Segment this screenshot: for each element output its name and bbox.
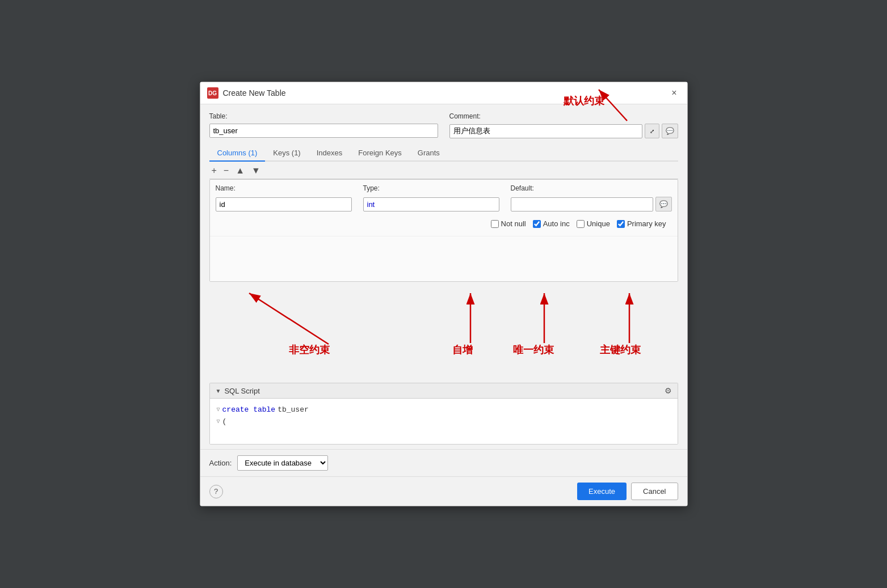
sql-collapse-button[interactable]: ▼ SQL Script	[216, 387, 260, 395]
sql-section: ▼ SQL Script ⚙ ▽ create table tb_user ▽ …	[209, 383, 678, 445]
sql-line-2: ▽ (	[217, 416, 671, 428]
tab-foreign-keys[interactable]: Foreign Keys	[350, 145, 410, 162]
column-type-input[interactable]	[363, 197, 499, 211]
not-null-checkbox[interactable]	[491, 220, 499, 228]
column-default-wrap: 💬	[511, 197, 672, 211]
auto-inc-annotation: 自增	[452, 343, 473, 357]
create-table-dialog: DG Create New Table × Table: Comment: ⤢ …	[200, 82, 688, 506]
tabs-bar: Columns (1) Keys (1) Indexes Foreign Key…	[209, 145, 678, 162]
title-bar-left: DG Create New Table	[207, 87, 286, 99]
chat-comment-button[interactable]: 💬	[662, 124, 678, 138]
table-label: Table:	[209, 112, 438, 120]
auto-inc-checkbox[interactable]	[533, 220, 541, 228]
not-null-annotation: 非空约束	[289, 343, 330, 357]
tab-keys[interactable]: Keys (1)	[265, 145, 308, 162]
unique-group: Unique	[577, 219, 610, 228]
auto-inc-label: Auto inc	[543, 219, 570, 228]
comment-input-wrap: ⤢ 💬	[449, 124, 678, 138]
annotations-svg	[209, 282, 678, 373]
help-button[interactable]: ?	[209, 485, 223, 498]
dialog-content: Table: Comment: ⤢ 💬 默认约束	[200, 104, 687, 383]
tab-indexes[interactable]: Indexes	[309, 145, 351, 162]
column-default-chat-button[interactable]: 💬	[655, 197, 672, 211]
comment-input[interactable]	[449, 124, 642, 138]
action-row: Action: Execute in database Generate DDL…	[200, 449, 687, 476]
comment-label: Comment:	[449, 112, 678, 120]
columns-area: Name: Type: Default: 💬	[209, 179, 678, 282]
sql-open-paren: (	[222, 416, 227, 428]
primary-key-checkbox[interactable]	[617, 220, 625, 228]
checkboxes-row: Not null Auto inc Unique Primary key	[216, 216, 672, 231]
expand-icon: ⤢	[650, 128, 654, 134]
title-bar: DG Create New Table ×	[200, 82, 687, 104]
sql-line-1: ▽ create table tb_user	[217, 404, 671, 416]
add-column-button[interactable]: +	[209, 165, 219, 176]
type-header: Type:	[363, 184, 499, 192]
primary-key-group: Primary key	[617, 219, 666, 228]
sql-fold-icon-1[interactable]: ▽	[217, 405, 220, 414]
columns-toolbar: + − ▲ ▼	[209, 162, 678, 179]
comment-field-group: Comment: ⤢ 💬 默认约束	[449, 112, 678, 138]
primary-key-annotation: 主键约束	[600, 343, 641, 357]
column-name-input[interactable]	[216, 197, 352, 211]
column-row: 💬	[216, 197, 672, 211]
unique-label: Unique	[587, 219, 610, 228]
remove-column-button[interactable]: −	[221, 165, 231, 176]
sql-script-title: SQL Script	[224, 387, 259, 395]
footer: ? Execute Cancel	[200, 476, 687, 506]
name-header: Name:	[216, 184, 352, 192]
column-headers-row: Name: Type: Default:	[216, 184, 672, 192]
dialog-title: Create New Table	[223, 88, 286, 98]
empty-columns-area	[210, 236, 678, 281]
sql-create-keyword: create table	[222, 404, 276, 416]
collapse-icon: ▼	[216, 388, 221, 394]
cancel-button[interactable]: Cancel	[631, 483, 678, 500]
move-down-button[interactable]: ▼	[249, 165, 263, 176]
unique-annotation: 唯一约束	[513, 343, 554, 357]
auto-inc-group: Auto inc	[533, 219, 570, 228]
sql-fold-icon-2[interactable]: ▽	[217, 417, 220, 426]
sql-table-name: tb_user	[278, 404, 309, 416]
top-fields-row: Table: Comment: ⤢ 💬 默认约束	[209, 112, 678, 138]
app-icon: DG	[207, 87, 218, 99]
unique-checkbox[interactable]	[577, 220, 585, 228]
action-select[interactable]: Execute in database Generate DDL script	[237, 455, 328, 471]
sql-body: ▽ create table tb_user ▽ (	[210, 399, 678, 444]
close-button[interactable]: ×	[668, 87, 680, 99]
columns-body: Name: Type: Default: 💬	[210, 180, 678, 236]
execute-button[interactable]: Execute	[577, 483, 627, 500]
primary-key-label: Primary key	[627, 219, 666, 228]
move-up-button[interactable]: ▲	[233, 165, 247, 176]
action-label: Action:	[209, 459, 232, 467]
not-null-group: Not null	[491, 219, 526, 228]
table-field-group: Table:	[209, 112, 438, 138]
sql-settings-icon[interactable]: ⚙	[665, 386, 672, 395]
table-name-input[interactable]	[209, 124, 438, 138]
footer-actions: Execute Cancel	[577, 483, 678, 500]
tab-grants[interactable]: Grants	[410, 145, 448, 162]
sql-header: ▼ SQL Script ⚙	[210, 383, 678, 399]
action-select-wrap: Execute in database Generate DDL script	[237, 455, 328, 471]
chat-icon-2: 💬	[659, 200, 668, 208]
annotations-block: 非空约束 自增 唯一约束 主键约束	[209, 282, 678, 373]
column-default-input[interactable]	[511, 197, 653, 211]
not-null-label: Not null	[501, 219, 526, 228]
chat-icon: 💬	[666, 127, 674, 135]
svg-line-6	[249, 293, 329, 344]
tab-columns[interactable]: Columns (1)	[209, 145, 266, 162]
default-header: Default:	[511, 184, 534, 192]
expand-comment-button[interactable]: ⤢	[645, 124, 659, 138]
